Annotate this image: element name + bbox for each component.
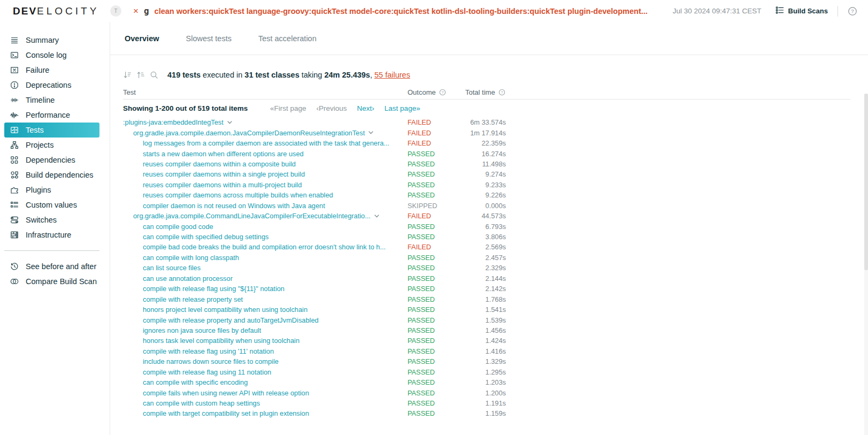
scan-tag-badge: T (110, 5, 121, 17)
chevron-down-icon[interactable] (368, 131, 373, 134)
table-row: starts a new daemon when different optio… (123, 148, 850, 158)
test-name-cell: compile fails when using newer API with … (123, 389, 408, 397)
outcome-help-icon[interactable]: ? (439, 89, 446, 96)
sidebar-item-tests[interactable]: Tests (4, 123, 99, 138)
outcome-badge: PASSED (408, 264, 465, 272)
test-name-cell: reuses compiler daemons within a multi-p… (123, 181, 408, 189)
test-link[interactable]: honors task level compatibility when usi… (143, 337, 299, 345)
test-link[interactable]: :plugins-java:embeddedIntegTest (123, 118, 224, 126)
build-dependencies-icon (10, 171, 19, 180)
test-name-cell: honors task level compatibility when usi… (123, 337, 408, 345)
test-link[interactable]: compile with release property set (143, 295, 243, 303)
scrollbar-thumb[interactable] (864, 94, 868, 270)
sidebar-item-infrastructure[interactable]: Infrastructure (4, 227, 99, 242)
build-scan-title: clean workers:quickTest language-groovy:… (155, 7, 664, 16)
test-link[interactable]: can use annotation processor (143, 274, 233, 283)
sidebar-item-label: Dependencies (26, 156, 75, 164)
chevron-down-icon[interactable] (374, 215, 379, 218)
test-link[interactable]: compile with release flag using '11' not… (143, 347, 274, 355)
total-time-value: 2.457s (465, 254, 506, 262)
test-name-cell: compiler daemon is not reused on Windows… (123, 202, 408, 210)
test-link[interactable]: can compile with specific encoding (143, 378, 248, 386)
sidebar-item-deprecations[interactable]: Deprecations (4, 78, 99, 93)
sidebar-item-summary[interactable]: Summary (4, 33, 99, 48)
pagination-last-page[interactable]: Last page» (385, 104, 420, 112)
total-time-help-icon[interactable]: ? (498, 89, 505, 96)
tab-slowest-tests[interactable]: Slowest tests (186, 34, 232, 43)
test-link[interactable]: can compile with specified debug setting… (143, 233, 268, 241)
build-scans-list-icon (775, 6, 784, 16)
test-name-cell: can compile with specified debug setting… (123, 233, 408, 241)
test-link[interactable]: can compile with custom heap settings (143, 399, 260, 407)
test-name-cell: :plugins-java:embeddedIntegTest (123, 118, 408, 126)
table-row: reuses compiler daemons within a multi-p… (123, 180, 850, 190)
sidebar-item-switches[interactable]: Switches (4, 212, 99, 227)
outcome-badge: PASSED (408, 409, 465, 417)
test-link[interactable]: ignores non java source files by default (143, 326, 261, 334)
table-row: reuses compiler daemons within a single … (123, 169, 850, 179)
sidebar-item-timeline[interactable]: Timeline (4, 93, 99, 108)
sidebar-item-dependencies[interactable]: Dependencies (4, 152, 99, 167)
tests-summary-text: 419 tests executed in 31 test classes ta… (167, 71, 410, 79)
close-icon[interactable]: × (133, 6, 139, 17)
sidebar-item-custom-values[interactable]: Custom values (4, 197, 99, 212)
develocity-logo[interactable]: DEVELOCITY (13, 5, 110, 17)
search-icon[interactable] (150, 71, 158, 79)
table-row: ignores non java source files by default… (123, 325, 850, 335)
failures-link[interactable]: 55 failures (374, 71, 410, 79)
test-name-cell: compile bad code breaks the build and co… (123, 243, 408, 251)
outcome-badge: PASSED (408, 233, 465, 241)
chevron-down-icon[interactable] (227, 121, 232, 124)
test-link[interactable]: can compile with long classpath (143, 254, 239, 262)
test-link[interactable]: compile with release property and autoTa… (143, 316, 319, 324)
pagination-next[interactable]: Next› (357, 104, 374, 112)
test-link[interactable]: compile with release flag using "${11}" … (143, 285, 285, 293)
test-link[interactable]: org.gradle.java.compile.CommandLineJavaC… (133, 212, 371, 220)
test-link[interactable]: compile fails when using newer API with … (143, 389, 309, 397)
test-link[interactable]: honors project level compatibility when … (143, 306, 308, 314)
test-link[interactable]: compile with target compatibility set in… (143, 409, 309, 417)
test-link[interactable]: can list source files (143, 264, 201, 272)
pagination-previous[interactable]: ‹Previous (317, 104, 347, 112)
tab-overview[interactable]: Overview (125, 34, 159, 43)
test-link[interactable]: include narrows down source files to com… (143, 357, 279, 365)
test-link[interactable]: compile with release flag using 11 notat… (143, 368, 271, 376)
outcome-badge: PASSED (408, 274, 465, 283)
test-link[interactable]: log messages from a compiler daemon are … (143, 139, 389, 147)
test-link[interactable]: reuses compiler daemons within a composi… (143, 160, 296, 168)
test-link[interactable]: org.gradle.java.compile.daemon.JavaCompi… (133, 129, 365, 137)
sidebar-item-projects[interactable]: Projects (4, 138, 99, 152)
test-link[interactable]: reuses compiler daemons across multiple … (143, 191, 333, 199)
table-row: honors project level compatibility when … (123, 304, 850, 315)
build-scans-button[interactable]: Build Scans (775, 6, 828, 16)
test-link[interactable]: reuses compiler daemons within a single … (143, 170, 305, 178)
sidebar-item-performance[interactable]: Performance (4, 108, 99, 123)
table-header: Test Outcome ? Total time ? (123, 86, 850, 100)
sidebar-item-see-before-and-after[interactable]: See before and after (4, 259, 99, 274)
table-row: include narrows down source files to com… (123, 356, 850, 367)
pagination-first-page[interactable]: «First page (270, 104, 306, 112)
total-time-value: 44.573s (465, 212, 506, 220)
test-link[interactable]: reuses compiler daemons within a multi-p… (143, 181, 302, 189)
sidebar-item-compare-build-scan[interactable]: Compare Build Scan (4, 274, 99, 289)
table-row: can compile good codePASSED6.793s (123, 221, 850, 231)
sidebar-item-label: Compare Build Scan (26, 277, 97, 286)
help-icon[interactable]: ? (848, 6, 857, 16)
sidebar-item-failure[interactable]: Failure (4, 63, 99, 78)
test-link[interactable]: can compile good code (143, 223, 213, 231)
test-name-cell: compile with release flag using 11 notat… (123, 368, 408, 376)
sort-desc-icon[interactable] (123, 71, 132, 79)
sidebar-item-plugins[interactable]: Plugins (4, 182, 99, 197)
sidebar-item-label: Plugins (26, 186, 51, 194)
sort-asc-icon[interactable] (136, 71, 145, 79)
total-time-value: 1.539s (465, 316, 506, 324)
header-divider (838, 6, 838, 17)
test-link[interactable]: compiler daemon is not reused on Windows… (143, 202, 325, 210)
test-link[interactable]: starts a new daemon when different optio… (143, 150, 304, 158)
sidebar-item-label: Timeline (26, 96, 55, 104)
sidebar-item-build-dependencies[interactable]: Build dependencies (4, 167, 99, 182)
tab-test-acceleration[interactable]: Test acceleration (258, 34, 317, 43)
sidebar-item-label: Deprecations (26, 81, 71, 89)
test-link[interactable]: compile bad code breaks the build and co… (143, 243, 386, 251)
sidebar-item-console-log[interactable]: Console log (4, 48, 99, 63)
